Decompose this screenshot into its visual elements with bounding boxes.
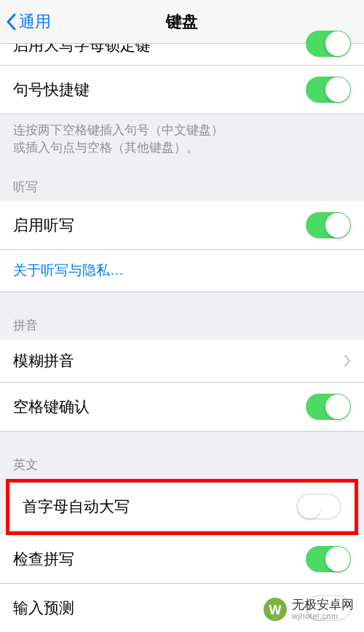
about-dictation-link[interactable]: 关于听写与隐私… [13, 261, 124, 280]
chevron-left-icon [6, 13, 16, 31]
toggle-knob [325, 213, 350, 238]
watermark-title: 无极安卓网 [292, 598, 354, 612]
caps-lock-row[interactable]: 启用大写字母锁定键 [0, 44, 364, 66]
page-title: 键盘 [166, 11, 198, 33]
spell-check-label: 检查拼写 [13, 549, 74, 569]
back-button[interactable]: 通用 [0, 11, 51, 33]
svg-text:W: W [269, 603, 282, 617]
fuzzy-pinyin-label: 模糊拼音 [13, 351, 74, 371]
watermark: W 无极安卓网 wjhotel.com [263, 597, 354, 622]
svg-point-2 [280, 602, 285, 606]
toggle-knob [298, 495, 321, 518]
back-label: 通用 [19, 11, 51, 33]
space-confirm-toggle[interactable] [306, 394, 351, 420]
about-dictation-row[interactable]: 关于听写与隐私… [0, 250, 364, 292]
english-header: 英文 [0, 432, 364, 479]
auto-cap-row[interactable]: 首字母自动大写 [9, 483, 355, 531]
spell-check-toggle[interactable] [306, 546, 351, 572]
dictation-header: 听写 [0, 164, 364, 201]
auto-cap-label: 首字母自动大写 [23, 496, 130, 517]
highlight-annotation: 首字母自动大写 [6, 479, 358, 535]
chevron-right-icon [344, 354, 351, 367]
toggle-knob [325, 394, 350, 419]
space-confirm-row[interactable]: 空格键确认 [0, 383, 364, 432]
toggle-knob [325, 31, 350, 56]
period-help-text: 连按两下空格键插入句号（中文键盘） 或插入句点与空格（其他键盘）。 [0, 114, 364, 164]
auto-cap-toggle[interactable] [296, 493, 341, 520]
spell-check-row[interactable]: 检查拼写 [0, 535, 364, 584]
caps-lock-toggle[interactable] [306, 31, 351, 57]
period-shortcut-row[interactable]: 句号快捷键 [0, 66, 364, 114]
enable-dictation-label: 启用听写 [13, 215, 74, 235]
toggle-knob [325, 547, 350, 571]
toggle-knob [325, 77, 350, 102]
period-shortcut-toggle[interactable] [306, 77, 351, 103]
predictive-label: 输入预测 [13, 598, 74, 618]
space-confirm-label: 空格键确认 [13, 397, 90, 417]
enable-dictation-toggle[interactable] [306, 212, 351, 238]
watermark-logo-icon: W [263, 597, 288, 622]
enable-dictation-row[interactable]: 启用听写 [0, 201, 364, 250]
pinyin-header: 拼音 [0, 292, 364, 340]
watermark-sub: wjhotel.com [292, 612, 354, 620]
period-shortcut-label: 句号快捷键 [13, 79, 90, 100]
fuzzy-pinyin-row[interactable]: 模糊拼音 [0, 340, 364, 383]
